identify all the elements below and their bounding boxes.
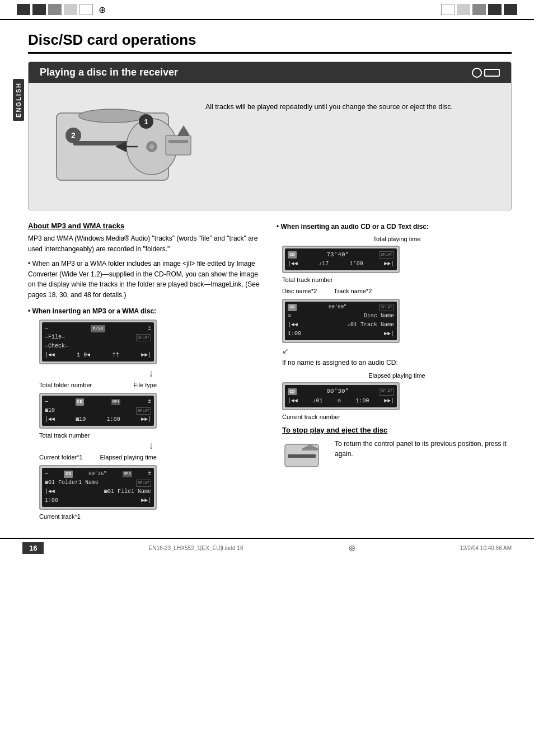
- elapsed-time-label2: Elapsed playing time: [282, 372, 512, 379]
- two-col: About MP3 and WMA tracks MP3 and WMA (Wi…: [28, 222, 512, 521]
- screen3-row1: — CD 00'35" MP3 ±: [45, 469, 151, 478]
- screen-row-2: —File— SFLAT: [45, 333, 151, 342]
- screen2-row1: — CD MP3 ±: [45, 397, 151, 406]
- page-title: Disc/SD card operations: [28, 31, 512, 54]
- screen3-folder: ◙01 Folder1 Name: [45, 478, 99, 487]
- elapsed-playing-time-label: Elapsed playing time: [100, 454, 157, 461]
- svg-rect-17: [288, 454, 316, 458]
- crosshair-footer: ⊕: [348, 543, 355, 553]
- screen-mp3-3: — CD 00'35" MP3 ± ◙01 Folder1 Name SFLAT: [39, 465, 157, 510]
- track-name-label: Track name*2: [334, 288, 372, 294]
- header-square-1: [17, 4, 30, 15]
- header-square-5: [79, 4, 93, 15]
- header-bar-right: [441, 4, 517, 15]
- cd2-nav-r: ►►|: [384, 330, 394, 339]
- screen3-row3: |◄◄ ◙01 File1 Name: [45, 487, 151, 496]
- about-heading: About MP3 and WMA tracks: [28, 222, 263, 230]
- screen-mp3-1: — M/SD ± —File— SFLAT —Check—: [39, 320, 157, 364]
- page-content: Disc/SD card operations ENGLISH Playing …: [0, 20, 534, 532]
- cd2-time: 00'00": [329, 303, 346, 311]
- header-square-r2: [457, 4, 470, 15]
- section-text: All tracks will be played repeatedly unt…: [205, 91, 500, 112]
- cd2-disc-icon: ⊙: [288, 312, 291, 321]
- cd2-sflat: SFLAT: [379, 304, 394, 311]
- cd-num-1: ♪17: [318, 260, 329, 269]
- svg-text:2: 2: [71, 131, 76, 140]
- cd-sflat-1: SFLAT: [379, 251, 394, 259]
- bullet-mp3-disc: When inserting an MP3 or a WMA disc:: [28, 306, 263, 317]
- screen3-time-top: 00'35": [88, 470, 106, 478]
- section-box: ENGLISH Playing a disc in the receiver: [28, 62, 512, 210]
- screen-mp3-2: — CD MP3 ± ◙10 SFLAT |◄◄ ◙10: [39, 393, 157, 429]
- screen-row-1: — M/SD ±: [45, 324, 151, 333]
- labels-row-2: Current folder*1 Elapsed playing time: [39, 453, 157, 462]
- cd2-row2: ⊙ Disc Name: [288, 312, 394, 321]
- header-square-r3: [472, 4, 486, 15]
- stop-text: To return the control panel to its previ…: [335, 439, 512, 459]
- section-header-icons: [472, 68, 500, 78]
- total-track-label-cd: Total track number: [282, 276, 512, 283]
- svg-rect-16: [302, 449, 318, 450]
- arrow-down-1: ↓: [39, 368, 263, 379]
- screen3-nav-r: ►►|: [141, 496, 151, 505]
- header-bar: ⊕: [0, 0, 534, 20]
- stop-section-body: To return the control panel to its previ…: [282, 439, 512, 478]
- stop-heading: To stop play and eject the disc: [282, 426, 512, 434]
- page-footer: 16 EN16-23_LHX552_1[EX_EU]t.indd 16 ⊕ 12…: [0, 538, 534, 557]
- section-title: Playing a disc in the receiver: [40, 67, 178, 78]
- screen2-time: 1:00: [107, 415, 120, 424]
- cd-screen-1-inner: CD 73'40" SFLAT |◄◄ ♪17 1'00 ►►|: [285, 248, 397, 271]
- cd-time-2: 1'00: [350, 260, 363, 269]
- screen2-plus: ±: [148, 397, 151, 406]
- screen3-cd: CD: [64, 471, 73, 478]
- screen3-row4: 1:00 ►►|: [45, 496, 151, 505]
- section-header: Playing a disc in the receiver: [29, 62, 511, 83]
- about-text: MP3 and WMA (Windows Media® Audio) "trac…: [28, 233, 263, 254]
- header-square-r1: [441, 4, 455, 15]
- svg-point-2: [79, 109, 146, 123]
- cd-screens-container: Total playing time CD 73'40" SFLAT |◄◄ ♪…: [282, 236, 512, 478]
- screen3-mp3: MP3: [123, 471, 132, 477]
- no-name-label: If no name is assigned to an audio CD:: [282, 358, 512, 368]
- arrow-right-cd: ↙: [282, 346, 289, 355]
- screen-sflat-1: SFLAT: [136, 334, 151, 341]
- total-folder-label: Total folder number: [39, 382, 92, 388]
- circle-icon: [472, 68, 482, 78]
- svg-rect-10: [166, 135, 191, 155]
- current-track-number-label: Current track number: [282, 414, 512, 420]
- screen3-time-bot: 1:00: [45, 496, 58, 505]
- cd3-row1: CD 00'30" SFLAT: [288, 387, 394, 397]
- cd-time-1: 73'40": [326, 250, 349, 260]
- cd3-time-2: 1:00: [355, 397, 369, 406]
- total-track-label: Total track number: [39, 432, 263, 439]
- header-square-4: [64, 4, 77, 15]
- cd-screen-1: CD 73'40" SFLAT |◄◄ ♪17 1'00 ►►|: [282, 246, 400, 274]
- bullet-audio-cd: When inserting an audio CD or a CD Text …: [277, 222, 512, 232]
- screen-mp3-1-inner: — M/SD ± —File— SFLAT —Check—: [42, 322, 154, 361]
- disc-svg: 2 1: [40, 91, 196, 193]
- cd-nav-r1: ►►|: [384, 260, 394, 269]
- current-track-label: Current track*1: [39, 513, 263, 520]
- disc-track-labels: Disc name*2 Track name*2: [282, 287, 512, 295]
- screen2-folder-icon: ◙10: [45, 406, 55, 415]
- eject-graphic: [282, 439, 327, 478]
- bullet-imagelink: When an MP3 or a WMA folder includes an …: [28, 259, 263, 300]
- crosshair-left: ⊕: [99, 4, 106, 15]
- screen3-file: ◙01 File1 Name: [104, 487, 151, 496]
- cd-badge-1: CD: [288, 251, 297, 259]
- cd3-row2: |◄◄ ♪01 ⊙ 1:00 ►►|: [288, 397, 394, 406]
- svg-text:1: 1: [144, 118, 148, 126]
- total-playing-time-label: Total playing time: [282, 236, 512, 242]
- header-square-3: [48, 4, 62, 15]
- arrow-down-2: ↓: [39, 440, 263, 452]
- cd3-num: ♪01: [312, 397, 322, 406]
- mp3-screens-container: — M/SD ± —File— SFLAT —Check—: [39, 320, 263, 520]
- header-bar-left: [17, 4, 93, 15]
- screen-nav-r1: ††: [113, 351, 119, 360]
- screen-mp3-2-inner: — CD MP3 ± ◙10 SFLAT |◄◄ ◙10: [42, 396, 154, 426]
- mp3-disc-section: When inserting an MP3 or a WMA disc: — M…: [28, 306, 263, 520]
- header-square-r4: [488, 4, 502, 15]
- section-body: 2 1: [29, 83, 511, 201]
- header-square-2: [32, 4, 46, 15]
- screen2-nav-l: |◄◄: [45, 415, 55, 424]
